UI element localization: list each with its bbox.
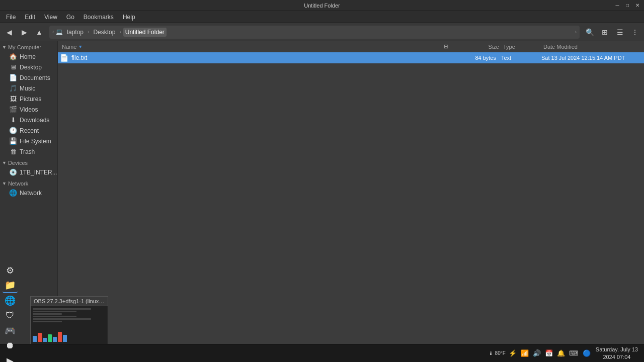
taskbar-app-steam[interactable]: 🎮 xyxy=(3,323,18,338)
obs-line-4 xyxy=(33,316,76,317)
network-label-network: Network xyxy=(20,190,42,197)
tray-keyboard[interactable]: ⌨ xyxy=(568,348,580,358)
sidebar-item-trash[interactable]: 🗑Trash xyxy=(1,146,56,157)
sidebar-devices: 💿1TB_INTER...⏏ xyxy=(0,167,57,177)
sort-button[interactable]: ⋮ xyxy=(628,25,642,39)
col-header-type[interactable]: Type xyxy=(501,43,541,51)
tray-power[interactable]: ⚡ xyxy=(508,348,518,358)
sep1: › xyxy=(88,29,89,35)
breadcrumb-laptop[interactable]: laptop xyxy=(65,28,86,37)
my-computer-section[interactable]: ▼ My Computer xyxy=(0,41,57,51)
breadcrumb: ‹ 💻 laptop › Desktop › Untitled Folder › xyxy=(49,26,580,39)
tray-notify[interactable]: 🔔 xyxy=(556,348,566,358)
file-name-0: file.txt xyxy=(71,54,456,61)
sidebar-item-recent[interactable]: 🕐Recent xyxy=(1,125,56,136)
breadcrumb-current[interactable]: Untitled Folder xyxy=(123,28,167,37)
search-button[interactable]: 🔍 xyxy=(583,25,597,39)
obs-screenshot xyxy=(31,306,108,344)
tray-calendar[interactable]: 📅 xyxy=(544,348,554,358)
taskbar-app-browser[interactable]: 🌐 xyxy=(3,293,18,308)
sidebar-icon-recent: 🕐 xyxy=(9,127,17,134)
clock[interactable]: Saturday, July 13 2024 07:04 xyxy=(594,346,640,360)
clock-time: 2024 07:04 xyxy=(596,353,638,360)
sidebar-item-videos[interactable]: 🎬Videos xyxy=(1,104,56,115)
sidebar-label-home: Home xyxy=(20,53,36,60)
menu-item-go[interactable]: Go xyxy=(62,13,78,22)
col-header-modified[interactable]: Date Modified xyxy=(541,43,642,51)
sidebar-network-network[interactable]: 🌐Network xyxy=(1,188,56,198)
obs-bar-5 xyxy=(53,337,57,342)
sidebar-icon-filesystem: 💾 xyxy=(9,137,17,145)
sidebar-item-filesystem[interactable]: 💾File System xyxy=(1,136,56,146)
icon-view-button[interactable]: ⊞ xyxy=(598,25,612,39)
breadcrumb-desktop[interactable]: Desktop xyxy=(91,28,117,37)
sidebar-icon-downloads: ⬇ xyxy=(9,116,17,124)
sidebar-item-pictures[interactable]: 🖼Pictures xyxy=(1,94,56,104)
taskbar-app-obs[interactable]: ⏺ xyxy=(3,338,18,353)
obs-bar-1 xyxy=(33,336,37,342)
sidebar-item-documents[interactable]: 📄Documents xyxy=(1,72,56,83)
taskbar-apps: ⚙📁🌐🛡🎮⏺▶🎵≫📗🍀⬡ xyxy=(2,263,18,363)
tray-bluetooth[interactable]: 🔵 xyxy=(582,348,592,358)
close-button[interactable]: ✕ xyxy=(633,1,642,10)
sidebar-label-filesystem: File System xyxy=(20,138,51,145)
sidebar-device-1tb[interactable]: 💿1TB_INTER...⏏ xyxy=(1,167,56,177)
menu-item-file[interactable]: File xyxy=(2,13,20,22)
sidebar-icon-desktop: 🖥 xyxy=(9,63,17,71)
sidebar-icon-music: 🎵 xyxy=(9,84,17,92)
minimize-button[interactable]: ─ xyxy=(613,1,622,10)
network-section[interactable]: ▼ Network xyxy=(0,177,57,188)
network-label: Network xyxy=(8,180,28,187)
temp-display: 🌡 80°F xyxy=(489,350,506,356)
col-header-name[interactable]: Name ▼ ⊟ xyxy=(60,42,456,51)
sidebar-label-recent: Recent xyxy=(20,127,39,134)
sidebar-icon-pictures: 🖼 xyxy=(9,95,17,103)
sidebar-network: 🌐Network xyxy=(0,188,57,198)
devices-label: Devices xyxy=(8,160,28,166)
up-button[interactable]: ▲ xyxy=(32,25,46,39)
file-icon-0: 📄 xyxy=(60,54,68,62)
menu-item-edit[interactable]: Edit xyxy=(21,13,39,22)
breadcrumb-left-nav[interactable]: ‹ xyxy=(52,29,54,35)
taskbar-app-app6[interactable]: ▶ xyxy=(3,353,18,363)
sidebar-item-desktop[interactable]: 🖥Desktop xyxy=(1,62,56,72)
sidebar-label-documents: Documents xyxy=(20,74,50,81)
sidebar-item-home[interactable]: 🏠Home xyxy=(1,51,56,62)
toolbar: ◀ ▶ ▲ ‹ 💻 laptop › Desktop › Untitled Fo… xyxy=(0,23,644,41)
taskbar-app-files[interactable]: 📁 xyxy=(3,278,18,293)
sidebar-item-music[interactable]: 🎵Music xyxy=(1,83,56,94)
obs-bar-7 xyxy=(63,335,67,342)
tray-network[interactable]: 📶 xyxy=(520,348,530,358)
maximize-button[interactable]: □ xyxy=(623,1,632,10)
tray-audio[interactable]: 🔊 xyxy=(532,348,542,358)
network-icon-network: 🌐 xyxy=(9,189,17,197)
menu-item-help[interactable]: Help xyxy=(119,13,139,22)
taskbar-app-settings[interactable]: ⚙ xyxy=(3,263,18,278)
breadcrumb-right-nav[interactable]: › xyxy=(575,29,577,35)
file-row[interactable]: 📄 file.txt 84 bytes Text Sat 13 Jul 2024… xyxy=(58,52,644,63)
file-list: 📄 file.txt 84 bytes Text Sat 13 Jul 2024… xyxy=(58,52,644,350)
device-icon-1tb: 💿 xyxy=(9,168,17,176)
col-header-size[interactable]: Size xyxy=(456,43,501,51)
forward-button[interactable]: ▶ xyxy=(17,25,31,39)
back-button[interactable]: ◀ xyxy=(2,25,16,39)
col-filter-icon[interactable]: ⊟ xyxy=(444,43,454,50)
menu-item-bookmarks[interactable]: Bookmarks xyxy=(79,13,118,22)
device-label-1tb: 1TB_INTER... xyxy=(20,169,57,176)
sidebar-icon-trash: 🗑 xyxy=(9,148,17,155)
devices-section[interactable]: ▼ Devices xyxy=(0,157,57,167)
sidebar-icon-videos: 🎬 xyxy=(9,106,17,113)
titlebar: Untitled Folder ─ □ ✕ xyxy=(0,0,644,11)
obs-bar-6 xyxy=(58,332,62,342)
obs-preview-title: OBS 27.2.3+dfsg1-1 (linux) - P... xyxy=(31,297,108,306)
obs-bar-4 xyxy=(48,334,52,342)
obs-line-2 xyxy=(33,311,76,312)
taskbar-app-shield[interactable]: 🛡 xyxy=(3,308,18,323)
file-modified-0: Sat 13 Jul 2024 12:15:14 AM PDT xyxy=(541,55,642,61)
list-view-button[interactable]: ☰ xyxy=(613,25,627,39)
sep2: › xyxy=(119,29,121,35)
sidebar-item-downloads[interactable]: ⬇Downloads xyxy=(1,115,56,125)
sidebar-label-downloads: Downloads xyxy=(20,117,49,124)
obs-preview-popup: OBS 27.2.3+dfsg1-1 (linux) - P... xyxy=(30,296,108,344)
menu-item-view[interactable]: View xyxy=(40,13,61,22)
